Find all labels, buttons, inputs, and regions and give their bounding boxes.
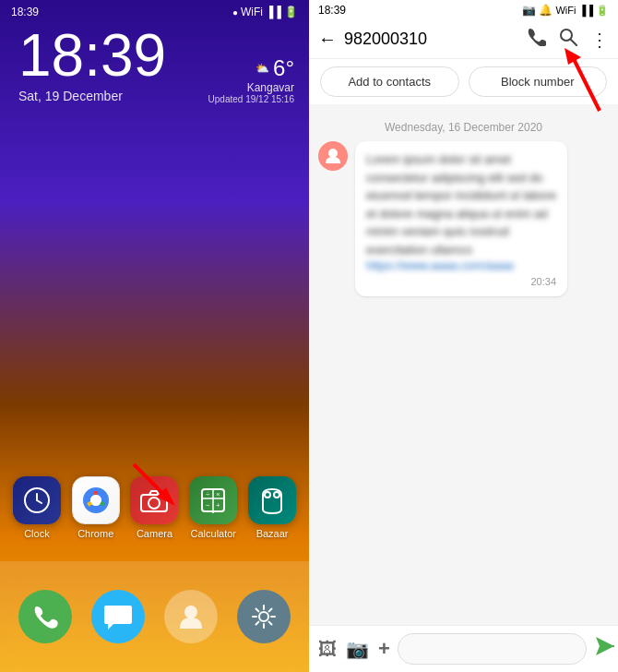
dock-messages[interactable] xyxy=(91,590,145,643)
svg-text:+: + xyxy=(216,501,220,510)
svg-text:÷: ÷ xyxy=(206,490,210,498)
weather-widget: ⛅ 6° Kangavar Updated 19/12 15:16 xyxy=(208,55,294,104)
app-clock[interactable]: Clock xyxy=(9,476,65,539)
left-status-bar: 18:39 ● WiFi ▐▐ 🔋 xyxy=(0,0,309,18)
sms-time: 18:39 xyxy=(318,4,346,17)
sender-avatar xyxy=(318,141,348,171)
message-date-divider: Wednesday, 16 December 2020 xyxy=(318,121,609,134)
left-time: 18:39 xyxy=(11,6,39,18)
svg-line-16 xyxy=(134,464,166,497)
red-arrow-annotation xyxy=(563,46,609,120)
calculator-icon: ÷ × − + xyxy=(189,476,237,524)
svg-line-22 xyxy=(572,55,600,111)
svg-point-19 xyxy=(259,612,268,621)
signal-icon: ▐▐ xyxy=(266,6,281,18)
plus-icon[interactable]: + xyxy=(378,637,390,661)
chrome-label: Chrome xyxy=(77,528,113,539)
add-to-contacts-button[interactable]: Add to contacts xyxy=(320,66,459,97)
svg-point-14 xyxy=(265,492,270,498)
weather-city: Kangavar xyxy=(208,81,294,94)
svg-point-24 xyxy=(328,149,338,158)
contact-number: 982000310 xyxy=(344,30,520,49)
sms-bell-icon: 🔔 xyxy=(539,4,553,17)
sms-status-bar: 18:39 📷 🔔 WiFi ▐▐ 🔋 xyxy=(309,0,618,20)
svg-point-15 xyxy=(274,492,279,498)
wifi-icon: WiFi xyxy=(241,6,263,18)
sms-input-area: 🖼 📷 + xyxy=(309,625,618,672)
svg-point-20 xyxy=(561,30,572,41)
app-bazaar[interactable]: Bazaar xyxy=(244,476,300,539)
sms-battery-icon: 🔋 xyxy=(596,5,609,17)
message-row: Lorem ipsum dolor sit amet consectetur a… xyxy=(318,141,609,296)
sms-attach-icons: 🖼 📷 + xyxy=(318,637,390,661)
red-arrow-messages xyxy=(125,455,180,510)
sms-screen: 18:39 📷 🔔 WiFi ▐▐ 🔋 ← 982000310 xyxy=(309,0,618,672)
calculator-label: Calculator xyxy=(191,528,237,539)
svg-line-2 xyxy=(37,500,42,503)
clock-label: Clock xyxy=(24,528,50,539)
dock-phone[interactable] xyxy=(18,590,72,643)
sms-wifi-icon: WiFi xyxy=(555,5,576,16)
svg-point-18 xyxy=(184,606,197,618)
back-button[interactable]: ← xyxy=(318,29,337,50)
app-chrome[interactable]: Chrome xyxy=(68,476,124,539)
left-status-icons: ● WiFi ▐▐ 🔋 xyxy=(232,6,298,18)
message-text: Lorem ipsum dolor sit amet consectetur a… xyxy=(366,150,556,258)
sms-camera-status-icon: 📷 xyxy=(522,4,536,17)
message-time: 20:34 xyxy=(366,276,556,287)
svg-marker-23 xyxy=(565,48,581,65)
weather-temp: 6° xyxy=(273,55,294,81)
status-indicator: ● xyxy=(232,7,238,18)
chrome-icon xyxy=(72,476,120,524)
message-link: https://www.aaaa.com/aaaa xyxy=(366,258,556,272)
call-icon[interactable] xyxy=(528,28,546,51)
app-calculator[interactable]: ÷ × − + Calculator xyxy=(185,476,241,539)
message-bubble: Lorem ipsum dolor sit amet consectetur a… xyxy=(355,141,567,296)
sms-signal-icon: ▐▐ xyxy=(578,5,593,16)
weather-updated: Updated 19/12 15:16 xyxy=(208,94,294,104)
camera-label: Camera xyxy=(137,528,172,539)
weather-icon: ⛅ xyxy=(256,62,269,75)
home-screen: 18:39 ● WiFi ▐▐ 🔋 18:39 Sat, 19 December… xyxy=(0,0,309,672)
bazaar-icon xyxy=(248,476,296,524)
bottom-dock xyxy=(0,561,309,672)
send-icon[interactable] xyxy=(594,635,616,663)
dock-contacts[interactable] xyxy=(164,590,218,643)
dock-settings[interactable] xyxy=(237,590,291,643)
svg-text:−: − xyxy=(206,501,210,510)
sms-status-icons: 📷 🔔 WiFi ▐▐ 🔋 xyxy=(522,4,609,17)
battery-icon: 🔋 xyxy=(284,6,298,18)
image-attach-icon[interactable]: 🖼 xyxy=(318,639,337,660)
camera-attach-icon[interactable]: 📷 xyxy=(346,638,369,660)
svg-text:×: × xyxy=(216,490,220,498)
clock-icon xyxy=(13,476,61,524)
bazaar-label: Bazaar xyxy=(256,528,289,539)
message-input[interactable] xyxy=(398,633,587,665)
svg-line-21 xyxy=(571,40,576,45)
sms-messages-area[interactable]: Wednesday, 16 December 2020 Lorem ipsum … xyxy=(309,104,618,625)
